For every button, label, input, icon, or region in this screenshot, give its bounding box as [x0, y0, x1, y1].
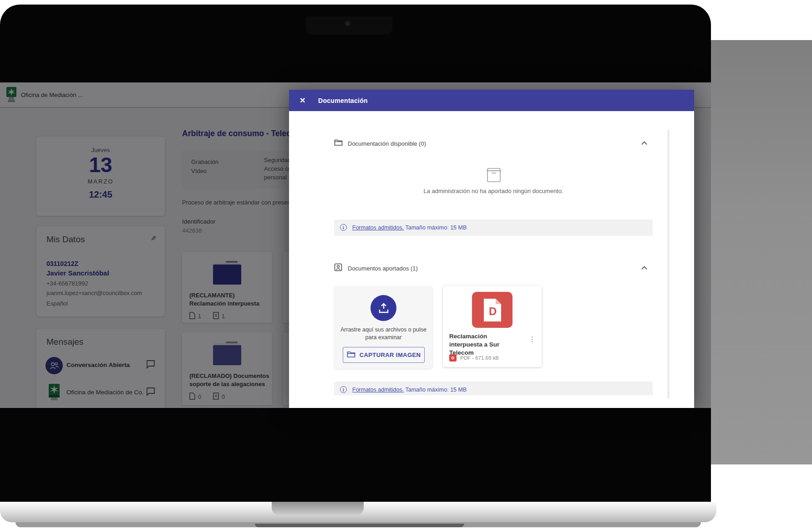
chevron-up-icon[interactable]: [641, 141, 647, 147]
formats-limit: Tamaño máximo: 15 MB: [404, 387, 467, 393]
laptop-base-shadow: [255, 524, 464, 527]
modal-scrollbar[interactable]: [667, 129, 670, 399]
folder-outline-icon: [334, 138, 343, 148]
pdf-file-icon: D: [472, 292, 513, 328]
laptop-mockup: Oficina de Mediación ... Jueves 13 MARZO…: [0, 0, 812, 530]
section-documentos-aportados[interactable]: Documentos aportados (1): [334, 260, 653, 277]
info-circle-icon: i: [340, 224, 347, 231]
close-icon[interactable]: ✕: [299, 96, 305, 105]
formats-limit: Tamaño máximo: 15 MB: [404, 224, 467, 231]
person-badge-icon: [334, 263, 342, 273]
formats-info-text: Formatos admitidos. Tamaño máximo: 15 MB: [352, 387, 467, 393]
document-title: Reclamación interpuesta a Sur Telecom: [449, 332, 521, 357]
documentacion-modal: ✕ Documentación Documentación disponible…: [289, 90, 694, 408]
section-label: Documentos aportados (1): [348, 265, 418, 272]
formats-info-text: Formatos admitidos. Tamaño máximo: 15 MB: [352, 224, 467, 231]
background-gray-band: [711, 40, 812, 464]
svg-text:D: D: [489, 305, 497, 317]
modal-body: Documentación disponible (0) La administ…: [289, 111, 694, 408]
empty-box-icon: [485, 166, 502, 186]
webcam-icon: [345, 21, 350, 26]
kebab-menu-icon[interactable]: ⋮: [529, 335, 536, 343]
dropzone-text: Arrastre aquí sus archivos o pulse para …: [338, 326, 429, 341]
section-documentacion-disponible[interactable]: Documentación disponible (0): [334, 135, 653, 152]
formats-link[interactable]: Formatos admitidos.: [352, 224, 404, 231]
empty-state-text: La administración no ha aportado ningún …: [334, 188, 653, 194]
pdf-chip-icon: D: [449, 354, 457, 362]
upload-dropzone[interactable]: Arrastre aquí sus archivos o pulse para …: [334, 286, 433, 369]
capture-folder-icon: [347, 351, 355, 359]
formats-info-bar: i Formatos admitidos. Tamaño máximo: 15 …: [334, 219, 653, 236]
modal-title: Documentación: [318, 97, 368, 104]
upload-icon[interactable]: [370, 295, 396, 321]
capture-button-label: CAPTURAR IMAGEN: [360, 352, 421, 358]
chevron-up-icon[interactable]: [641, 266, 647, 272]
document-card[interactable]: D Reclamación interpuesta a Sur Telecom …: [443, 286, 542, 367]
section-label: Documentación disponible (0): [348, 140, 426, 147]
modal-header: ✕ Documentación: [289, 90, 694, 111]
capturar-imagen-button[interactable]: CAPTURAR IMAGEN: [343, 347, 425, 363]
formats-link[interactable]: Formatos admitidos.: [352, 387, 404, 393]
laptop-screen: Oficina de Mediación ... Jueves 13 MARZO…: [0, 5, 711, 502]
laptop-base-notch: [272, 502, 364, 515]
formats-info-bar-clipped: i Formatos admitidos. Tamaño máximo: 15 …: [334, 382, 653, 395]
document-size: PDF - 671.69 kB: [460, 355, 499, 361]
document-meta: D PDF - 671.69 kB: [449, 354, 499, 362]
info-circle-icon: i: [340, 386, 347, 393]
